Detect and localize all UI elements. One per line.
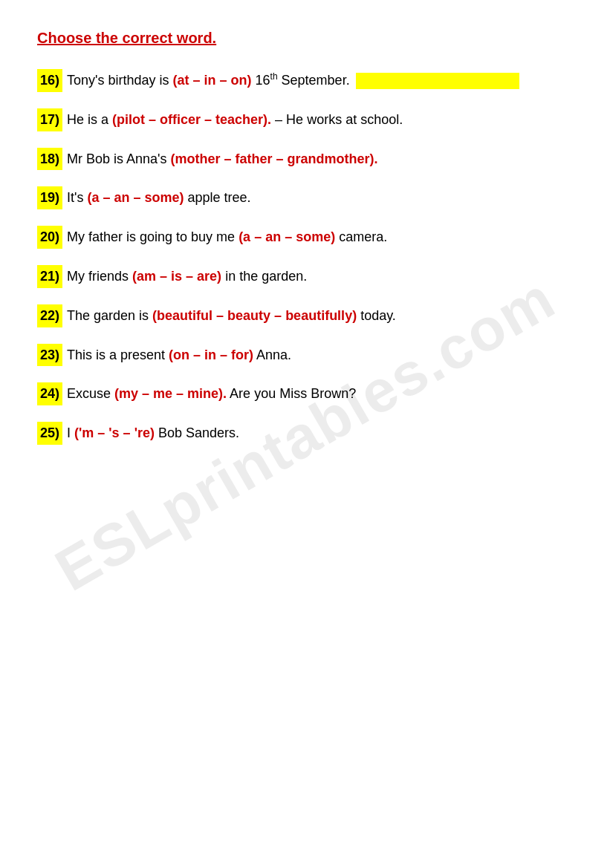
q17-number: 17) xyxy=(37,108,62,131)
q19-number: 19) xyxy=(37,186,62,209)
q20-text: My father is going to buy me (a – an – s… xyxy=(67,226,387,248)
q23-text: This is a present (on – in – for) Anna. xyxy=(67,345,291,366)
q16-text: Tony's birthday is (at – in – on) 16th S… xyxy=(67,70,519,91)
q24-text: Excuse (my – me – mine). Are you Miss Br… xyxy=(67,383,356,405)
question-22: 22) The garden is (beautiful – beauty – … xyxy=(37,304,573,327)
question-18: 18) Mr Bob is Anna's (mother – father – … xyxy=(37,148,573,171)
q25-number: 25) xyxy=(37,422,62,445)
q18-text: Mr Bob is Anna's (mother – father – gran… xyxy=(67,149,378,170)
q22-number: 22) xyxy=(37,304,62,327)
q18-choices: (mother – father – grandmother). xyxy=(171,151,378,166)
q21-number: 21) xyxy=(37,265,62,288)
question-16: 16) Tony's birthday is (at – in – on) 16… xyxy=(37,69,573,92)
q22-choices: (beautiful – beauty – beautifully) xyxy=(152,308,357,323)
q19-text: It's (a – an – some) apple tree. xyxy=(67,187,251,209)
q24-choices: (my – me – mine). xyxy=(114,386,227,401)
q23-number: 23) xyxy=(37,344,62,367)
q18-number: 18) xyxy=(37,148,62,171)
q23-choices: (on – in – for) xyxy=(169,347,253,362)
q16-answer-box xyxy=(356,73,519,89)
q19-choices: (a – an – some) xyxy=(87,190,184,205)
question-21: 21) My friends (am – is – are) in the ga… xyxy=(37,265,573,288)
question-24: 24) Excuse (my – me – mine). Are you Mis… xyxy=(37,382,573,405)
question-19: 19) It's (a – an – some) apple tree. xyxy=(37,186,573,209)
question-17: 17) He is a (pilot – officer – teacher).… xyxy=(37,108,573,131)
page-title: Choose the correct word. xyxy=(37,30,573,47)
q25-choices: ('m – 's – 're) xyxy=(74,425,155,440)
q21-text: My friends (am – is – are) in the garden… xyxy=(67,266,307,287)
question-20: 20) My father is going to buy me (a – an… xyxy=(37,226,573,249)
q17-text: He is a (pilot – officer – teacher). – H… xyxy=(67,109,403,131)
q20-number: 20) xyxy=(37,226,62,249)
q21-choices: (am – is – are) xyxy=(132,269,221,284)
q20-choices: (a – an – some) xyxy=(239,229,335,244)
question-25: 25) I ('m – 's – 're) Bob Sanders. xyxy=(37,422,573,445)
q25-text: I ('m – 's – 're) Bob Sanders. xyxy=(67,422,239,444)
q16-choices: (at – in – on) xyxy=(173,73,252,88)
q24-number: 24) xyxy=(37,382,62,405)
question-23: 23) This is a present (on – in – for) An… xyxy=(37,344,573,367)
q22-text: The garden is (beautiful – beauty – beau… xyxy=(67,305,396,327)
q16-number: 16) xyxy=(37,69,62,92)
q17-choices: (pilot – officer – teacher). xyxy=(112,112,271,127)
